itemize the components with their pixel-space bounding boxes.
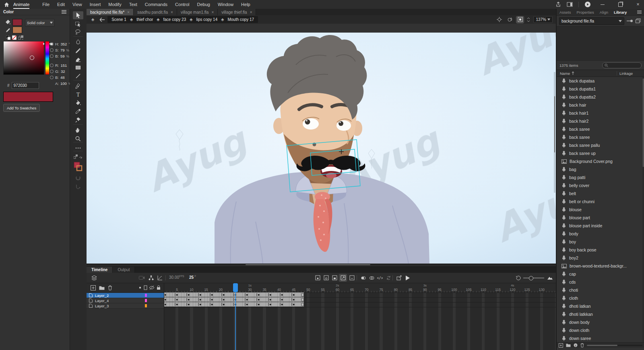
color-type-dropdown[interactable]: Solid color (25, 19, 55, 27)
window-close-button[interactable]: × (632, 0, 644, 9)
radio-button[interactable] (50, 42, 54, 46)
zoom-stepper[interactable] (527, 17, 530, 22)
library-item[interactable]: Background Cover.png (557, 157, 644, 165)
saturation-brightness-field[interactable] (3, 41, 44, 75)
no-color-icon[interactable] (12, 35, 17, 40)
keyframe-dot[interactable] (164, 294, 166, 296)
panel-tab-properties[interactable]: Properties (574, 10, 597, 14)
camera-icon[interactable] (138, 274, 145, 281)
keyframe-dot[interactable] (223, 299, 225, 301)
library-item[interactable]: cap (557, 270, 644, 278)
document-tab[interactable]: village man1.fla× (177, 9, 218, 15)
default-colors-icon[interactable] (6, 35, 10, 40)
classic-brush-tool[interactable] (73, 47, 83, 55)
menu-modify[interactable]: Modify (108, 2, 121, 7)
keyframe-span[interactable] (164, 302, 304, 307)
timeline-frames-area[interactable]: 5101520253035404550556065707580859095100… (164, 283, 556, 350)
free-transform-tool[interactable] (73, 20, 83, 28)
fill-stroke-colors-widget[interactable] (73, 161, 83, 172)
keyframe-dot[interactable] (176, 304, 178, 306)
menu-commands[interactable]: Commands (145, 2, 167, 7)
keyframe-dot[interactable] (246, 299, 248, 301)
color-row-B[interactable]: B:48 (50, 75, 65, 80)
insert-keyframe-icon[interactable] (314, 274, 321, 281)
auto-keyframe-icon[interactable] (339, 274, 347, 281)
current-frame[interactable]: 25 F (189, 275, 196, 280)
menu-file[interactable]: File (42, 2, 50, 7)
paint-bucket-tool[interactable] (73, 99, 83, 107)
column-linkage[interactable]: Linkage (617, 71, 644, 76)
edit-symbols-icon[interactable]: ♣ (91, 17, 94, 22)
color-row-B[interactable]: B:59% (50, 54, 69, 58)
panel-tab-assets[interactable]: Assets (557, 10, 574, 14)
keyframe-dot[interactable] (246, 304, 248, 306)
layer-frames-row[interactable] (164, 302, 556, 307)
timeline-layer-row[interactable]: Layer_2 (87, 293, 164, 298)
hex-input[interactable]: 972030 (12, 82, 39, 89)
canvas-vertical-scrollbar[interactable] (554, 72, 555, 193)
center-frame-icon[interactable] (495, 16, 503, 23)
menu-edit[interactable]: Edit (57, 2, 65, 7)
keyframe-dot[interactable] (223, 304, 225, 306)
fluid-brush-tool[interactable] (73, 38, 83, 46)
timeline-tab-timeline[interactable]: Timeline (87, 267, 113, 273)
export-animation-icon[interactable] (395, 274, 402, 281)
color-row-G[interactable]: G:32 (50, 69, 65, 74)
keyframe-dot[interactable] (223, 294, 225, 296)
layer-parenting-icon[interactable] (147, 274, 155, 281)
eyedropper-tool[interactable] (73, 107, 83, 115)
keyframe-dot[interactable] (164, 299, 166, 301)
color-row-S[interactable]: S:79% (50, 48, 69, 52)
library-item[interactable]: belly cover (557, 181, 644, 189)
rotate-view-icon[interactable] (506, 16, 513, 23)
keyframe-dot[interactable] (211, 299, 213, 301)
delete-layer-icon[interactable] (107, 284, 114, 291)
clip-content-icon[interactable] (516, 16, 524, 23)
line-tool[interactable] (73, 72, 83, 80)
library-item[interactable]: blouse part inside (557, 222, 644, 230)
onion-skin-icon[interactable] (359, 274, 367, 281)
new-folder-icon[interactable] (98, 284, 105, 291)
keyframe-dot[interactable] (211, 304, 213, 306)
keyframe-dot[interactable] (293, 299, 295, 301)
onion-skin-outline-icon[interactable] (368, 274, 375, 281)
new-symbol-icon[interactable] (559, 343, 563, 348)
layer-name[interactable]: Layer_4 (95, 299, 109, 303)
menu-window[interactable]: Window (218, 2, 233, 7)
library-item[interactable]: blouse (557, 206, 644, 214)
layer-outline-color[interactable] (145, 294, 147, 297)
library-item[interactable]: cloth (557, 294, 644, 302)
menu-debug[interactable]: Debug (197, 2, 210, 7)
library-item[interactable]: back saree pallu (557, 141, 644, 149)
keyframe-dot[interactable] (281, 294, 283, 296)
insert-blank-keyframe-icon[interactable] (322, 274, 330, 281)
keyframe-dot[interactable] (293, 294, 295, 296)
loop-frames-icon[interactable] (385, 274, 392, 281)
library-item[interactable]: bag patti (557, 173, 644, 181)
keyframe-dot[interactable] (164, 304, 166, 306)
library-item[interactable]: back saree (557, 125, 644, 133)
keyframe-dot[interactable] (258, 299, 260, 301)
keyframe-dot[interactable] (188, 299, 190, 301)
share-icon[interactable] (555, 2, 561, 7)
breadcrumb-item[interactable]: Scene 1 (111, 17, 126, 22)
timeline-layer-row[interactable]: Layer_3 (87, 303, 164, 309)
lock-all-icon[interactable] (155, 284, 162, 291)
keyframe-dot[interactable] (199, 294, 201, 296)
keyframe-dot[interactable] (176, 299, 178, 301)
lasso-tool[interactable] (73, 28, 83, 36)
graph-editor-icon[interactable] (156, 274, 163, 281)
library-item[interactable]: back dupatta1 (557, 85, 644, 93)
library-column-headers[interactable]: Name Linkage (557, 70, 644, 77)
library-item[interactable]: back hair2 (557, 117, 644, 125)
library-item[interactable]: down body (557, 318, 644, 326)
library-item[interactable]: back hair1 (557, 109, 644, 117)
timeline-zoom-slider[interactable] (523, 278, 544, 278)
radio-button[interactable] (50, 54, 54, 58)
asset-warp-tool[interactable] (73, 116, 83, 124)
keyframe-dot[interactable] (246, 294, 248, 296)
library-item[interactable]: brown-wood-textured-backgr... (557, 262, 644, 270)
library-item[interactable]: boy back pose (557, 246, 644, 254)
radio-button[interactable] (50, 64, 54, 67)
stroke-pencil-icon[interactable] (6, 27, 11, 33)
